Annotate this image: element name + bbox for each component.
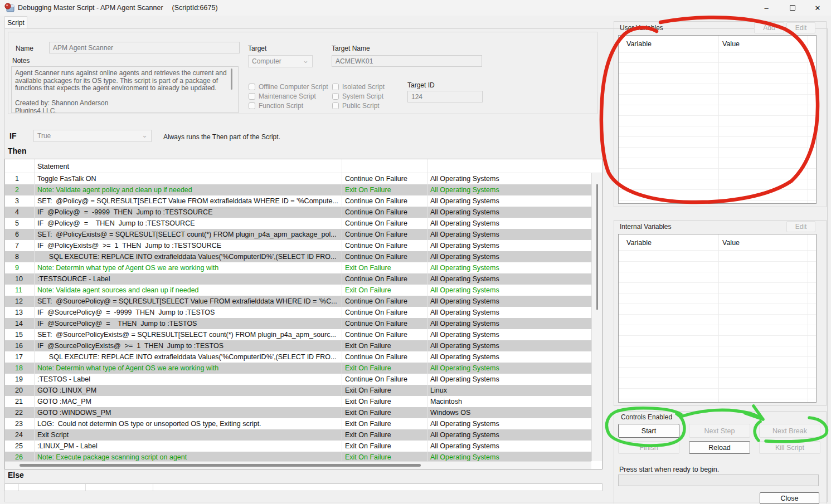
checkbox-function-script[interactable]: Function Script [249, 102, 303, 110]
next-step-button[interactable]: Next Step [689, 424, 750, 438]
statement-cell: :TESTOS - Label [34, 375, 342, 383]
statement-cell: All Operating Systems [427, 175, 566, 183]
variable-row [619, 315, 816, 325]
statement-row[interactable]: 4IF @Policy@ = -9999 THEN Jump to :TESTS… [5, 207, 602, 218]
statement-row[interactable]: 11Note: Validate agent sources and clean… [5, 285, 602, 296]
statement-row[interactable]: 12SET: @SourcePolicy@ = SQLRESULT[SELECT… [5, 296, 602, 307]
kill-script-button[interactable]: Kill Script [759, 441, 820, 454]
internal-variables-table[interactable]: Variable Value [618, 234, 817, 403]
statement-cell: 2 [5, 186, 34, 194]
statement-row[interactable]: 19:TESTOS - LabelContinue On FailureAll … [5, 374, 602, 385]
next-break-button[interactable]: Next Break [759, 424, 820, 438]
statements-vertical-scrollbar[interactable] [591, 173, 602, 461]
statement-cell: 13 [5, 309, 34, 316]
statement-cell: All Operating Systems [427, 375, 566, 383]
variable-row [619, 262, 816, 272]
statement-row[interactable]: 16IF @SourcePolicyExists@ >= 1 THEN Jump… [5, 340, 602, 351]
checkbox-isolated-script[interactable]: Isolated Script [332, 83, 385, 91]
statement-cell: Continue On Failure [342, 320, 427, 327]
statement-cell: All Operating Systems [427, 342, 566, 350]
statement-row[interactable]: 18Note: Determin what type of Agent OS w… [5, 363, 602, 374]
if-label: IF [9, 131, 16, 140]
statement-row[interactable]: 20GOTO :LINUX_PMExit On FailureLinux [5, 385, 602, 396]
statement-cell: Continue On Failure [342, 242, 427, 249]
statement-cell: 18 [5, 364, 34, 372]
else-statements-strip[interactable] [4, 483, 602, 491]
checkbox-maintenance-script[interactable]: Maintenance Script [249, 92, 316, 100]
statement-cell: Continue On Failure [342, 275, 427, 283]
edit-user-variable-button[interactable]: Edit [786, 22, 815, 33]
statement-cell: Exit On Failure [342, 186, 427, 194]
scrollbar-thumb[interactable] [596, 184, 598, 310]
notes-field[interactable]: Agent Scanner runs against online agents… [11, 66, 239, 113]
statement-row[interactable]: 14IF @SourcePolicy@ = THEN Jump to :TEST… [5, 318, 602, 329]
statements-horizontal-scrollbar[interactable] [5, 461, 591, 469]
variable-row [619, 169, 816, 179]
statement-row[interactable]: 8 SQL EXECUTE: REPLACE INTO extrafieldda… [5, 251, 602, 262]
statement-row[interactable]: 17 SQL EXECUTE: REPLACE INTO extrafieldd… [5, 351, 602, 363]
if-condition-select[interactable]: True⌄ [33, 130, 152, 142]
statement-row[interactable]: 13IF @SourcePolicy@ = -9999 THEN Jump to… [5, 307, 602, 318]
scrollbar-thumb[interactable] [20, 464, 421, 467]
statement-row[interactable]: 22GOTO :WINDOWS_PMExit On FailureWindows… [5, 407, 602, 418]
statement-row[interactable]: 24Exit ScriptExit On FailureAll Operatin… [5, 429, 602, 441]
variable-row [619, 126, 816, 137]
target-name-field[interactable]: ACMEWK01 [332, 55, 482, 67]
value-column-header: Value [722, 239, 740, 247]
statement-row[interactable]: 21GOTO :MAC_PMExit On FailureMacintosh [5, 396, 602, 407]
minimize-button[interactable]: – [754, 0, 779, 16]
checkbox-system-script[interactable]: System Script [332, 92, 383, 100]
notes-scrollbar[interactable] [231, 68, 232, 90]
statement-cell: All Operating Systems [427, 331, 566, 339]
tab-script[interactable]: Script [4, 16, 27, 29]
statement-cell: 26 [5, 453, 34, 461]
statement-row[interactable]: 10:TESTSOURCE - LabelContinue On Failure… [5, 273, 602, 285]
statement-cell: IF @Policy@ = -9999 THEN Jump to :TESTSO… [34, 208, 342, 216]
variable-row [619, 357, 816, 368]
edit-internal-variable-button[interactable]: Edit [786, 221, 815, 232]
start-button[interactable]: Start [618, 424, 679, 438]
target-id-field[interactable]: 124 [407, 91, 483, 102]
name-field[interactable]: APM Agent Scanner [49, 42, 240, 53]
variable-row [619, 116, 816, 126]
statement-cell: Note: Validate agent policy and clean up… [34, 186, 342, 194]
reload-button[interactable]: Reload [689, 441, 750, 454]
statement-cell: All Operating Systems [427, 420, 566, 428]
maximize-button[interactable] [780, 0, 805, 16]
statement-cell: :LINUX_PM - Label [34, 442, 342, 450]
statement-cell: 8 [5, 253, 34, 261]
close-window-button[interactable]: ✕ [805, 0, 830, 16]
finish-button[interactable]: Finish [618, 441, 679, 454]
statement-row[interactable]: 7IF @PolicyExists@ >= 1 THEN Jump to :TE… [5, 240, 602, 251]
statement-row[interactable]: 3SET: @Policy@ = SQLRESULT[SELECT Value … [5, 195, 602, 207]
statement-cell: Exit On Failure [342, 398, 427, 405]
statement-row[interactable]: 25:LINUX_PM - LabelExit On FailureAll Op… [5, 441, 602, 452]
statement-row[interactable]: 23LOG: Could not determin OS type or uns… [5, 418, 602, 429]
checkbox-offline-computer-script[interactable]: Offline Computer Script [249, 83, 328, 91]
statement-cell: IF @SourcePolicy@ = -9999 THEN Jump to :… [34, 309, 342, 316]
statement-cell: Note: Determin what type of Agent OS we … [34, 264, 342, 272]
statement-row[interactable]: 6SET: @PolicyExists@ = SQLRESULT[SELECT … [5, 229, 602, 240]
statement-cell: 15 [5, 331, 34, 339]
statement-row[interactable]: 15SET: @SourcePolicyExists@ = SQLRESULT[… [5, 329, 602, 340]
statement-row[interactable]: 2Note: Validate agent policy and clean u… [5, 184, 602, 195]
add-user-variable-button[interactable]: Add [754, 22, 784, 33]
statement-row[interactable]: 9Note: Determin what type of Agent OS we… [5, 262, 602, 273]
notes-label: Notes [12, 57, 30, 65]
statement-row[interactable]: 5IF @Policy@ = THEN Jump to :TESTSOURCEC… [5, 218, 602, 229]
close-button[interactable]: Close [760, 492, 819, 504]
variable-row [619, 399, 816, 403]
user-variables-table[interactable]: Variable Value [618, 35, 817, 204]
window-title: Debugging Master Script - APM Agent Scan… [18, 4, 218, 12]
statement-cell: Continue On Failure [342, 197, 427, 205]
checkbox-public-script[interactable]: Public Script [332, 102, 380, 110]
statement-cell: 20 [5, 386, 34, 394]
statement-cell: All Operating Systems [427, 309, 566, 316]
controls-enabled-label: Controls Enabled [621, 413, 672, 421]
statement-cell: All Operating Systems [427, 353, 566, 361]
then-statements-table: Statement 1Toggle FasTalk ONContinue On … [4, 159, 602, 469]
statement-row[interactable]: 26Note: Execute package scanning script … [5, 452, 602, 461]
target-select[interactable]: Computer⌄ [248, 55, 313, 67]
statement-row[interactable]: 1Toggle FasTalk ONContinue On FailureAll… [5, 173, 602, 184]
statement-cell: GOTO :WINDOWS_PM [34, 409, 342, 417]
